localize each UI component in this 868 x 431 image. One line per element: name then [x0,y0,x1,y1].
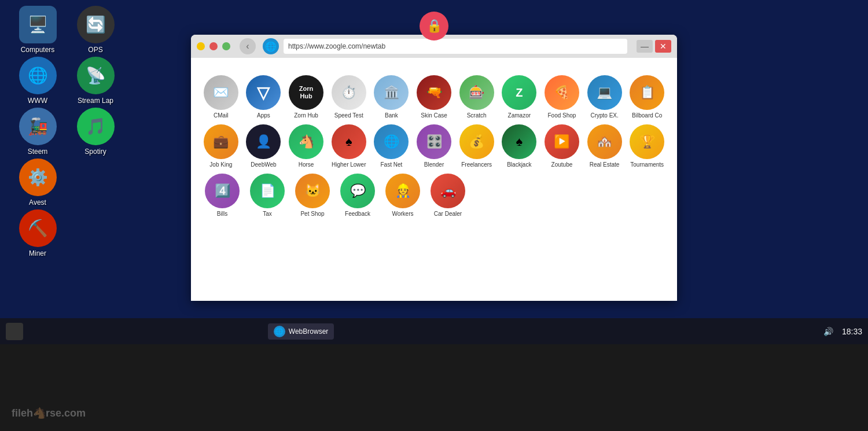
www-label: WWW [28,97,47,105]
volume-icon[interactable]: 🔊 [823,327,833,336]
app-cryptoex[interactable]: 💻 Crypto EX. [586,75,623,119]
app-jobking[interactable]: 💼 Job King [203,124,240,168]
app-zoutube[interactable]: ▶️ Zoutube [543,124,580,168]
streamlap-icon: 📡 [77,57,115,94]
taskbar-browser-item[interactable]: 🌐 WebBrowser [268,323,334,340]
taskbar-browser-label: WebBrowser [289,327,328,336]
app-bank[interactable]: 🏛️ Bank [373,75,410,119]
desktop-icon-steem[interactable]: 🚂 Steem [12,108,64,156]
desktop-icon-ops[interactable]: 🔄 OPS [69,6,122,54]
app-row-2: 💼 Job King 👤 DeebWeb 🐴 Horse ♠️ Higher L… [203,124,665,168]
app-fastnet[interactable]: 🌐 Fast Net [373,124,410,168]
app-scratch[interactable]: 🎰 Scratch [458,75,495,119]
app-realestate[interactable]: 🏘️ Real Estate [586,124,623,168]
app-blender[interactable]: 🎛️ Blender [415,124,453,168]
app-row-3: 4️⃣ Bills 📄 Tax 🐱 Pet Shop 💬 Feedback [203,174,665,217]
steem-label: Steem [28,148,48,156]
app-tournaments[interactable]: 🏆 Tournaments [628,124,665,168]
desktop-icons: 🖥️ Computers 🔄 OPS 🌐 WWW 📡 Stream Lap 🚂 … [12,6,122,257]
desktop-icon-avest[interactable]: ⚙️ Avest [12,159,64,207]
globe-icon: 🌐 [263,38,279,54]
app-row-1: ✉️ CMail ▽ Apps ZornHub Zorn Hub ⏱️ Spee… [203,75,665,119]
app-grid: ✉️ CMail ▽ Apps ZornHub Zorn Hub ⏱️ Spee… [203,75,665,217]
app-foodshop[interactable]: 🍕 Food Shop [543,75,580,119]
app-tax[interactable]: 📄 Tax [248,174,287,217]
desktop-icon-www[interactable]: 🌐 WWW [12,57,64,105]
window-minimize-button[interactable] [197,42,205,50]
app-horse[interactable]: 🐴 Horse [288,124,325,168]
app-bills[interactable]: 4️⃣ Bills [203,174,242,217]
window-shrink-button[interactable]: — [637,40,653,53]
taskbar-globe-icon: 🌐 [274,326,285,337]
desktop: 🔒 🖥️ Computers 🔄 OPS 🌐 WWW 📡 Stream Lap [0,0,868,431]
window-close-button[interactable] [209,42,218,50]
app-zornhub[interactable]: ZornHub Zorn Hub [288,75,325,119]
desktop-icon-streamlap[interactable]: 📡 Stream Lap [69,57,122,105]
app-deepweb[interactable]: 👤 DeebWeb [245,124,282,168]
app-petshop[interactable]: 🐱 Pet Shop [293,174,332,217]
bottom-bar: fileh🐴rse.com [0,344,868,431]
app-skincase[interactable]: 🔫 Skin Case [415,75,453,119]
computers-label: Computers [21,46,55,54]
taskbar: 🌐 WebBrowser 🔊 18:33 [0,318,868,344]
ops-icon: 🔄 [77,6,115,43]
app-workers[interactable]: 👷 Workers [383,174,422,217]
back-button[interactable]: ‹ [240,38,256,54]
app-higherlower[interactable]: ♠️ Higher Lower [330,124,367,168]
app-zamazor[interactable]: Z Zamazor [501,75,538,119]
app-feedback[interactable]: 💬 Feedback [338,174,377,217]
spotiry-icon: 🎵 [77,108,115,145]
taskbar-start[interactable] [6,323,23,340]
window-x-button[interactable]: ✕ [655,40,671,53]
streamlap-label: Stream Lap [78,97,113,105]
www-icon: 🌐 [19,57,57,94]
clock: 18:33 [842,327,862,336]
miner-icon: ⛏️ [19,209,57,247]
computers-icon: 🖥️ [19,6,57,43]
window-maximize-button[interactable] [222,42,230,50]
app-blackjack[interactable]: ♠️ Blackjack [501,124,538,168]
app-apps[interactable]: ▽ Apps [245,75,282,119]
avest-icon: ⚙️ [19,159,57,196]
app-cmail[interactable]: ✉️ CMail [203,75,240,119]
avest-label: Avest [29,198,46,207]
app-freelancers[interactable]: 💰 Freelancers [458,124,495,168]
miner-label: Miner [29,249,46,257]
url-bar[interactable]: https://www.zoogle.com/newtab [284,39,627,54]
desktop-icon-miner[interactable]: ⛏️ Miner [12,209,64,257]
url-text: https://www.zoogle.com/newtab [288,42,385,50]
browser-window: ‹ 🌐 https://www.zoogle.com/newtab — ✕ ✉️… [191,35,677,301]
desktop-icon-spotiry[interactable]: 🎵 Spotiry [69,108,122,156]
watermark-text: fileh🐴rse.com [12,407,86,419]
browser-content: ✉️ CMail ▽ Apps ZornHub Zorn Hub ⏱️ Spee… [191,58,677,301]
app-billboard[interactable]: 📋 Bilboard Co [628,75,665,119]
lock-icon: 🔒 [420,12,448,40]
ops-label: OPS [88,46,102,54]
steem-icon: 🚂 [19,108,57,145]
taskbar-right: 🔊 18:33 [823,327,862,336]
app-speedtest[interactable]: ⏱️ Speed Test [330,75,367,119]
spotiry-label: Spotiry [84,148,106,156]
app-cardealer[interactable]: 🚗 Car Dealer [428,174,468,217]
desktop-icon-computers[interactable]: 🖥️ Computers [12,6,64,54]
